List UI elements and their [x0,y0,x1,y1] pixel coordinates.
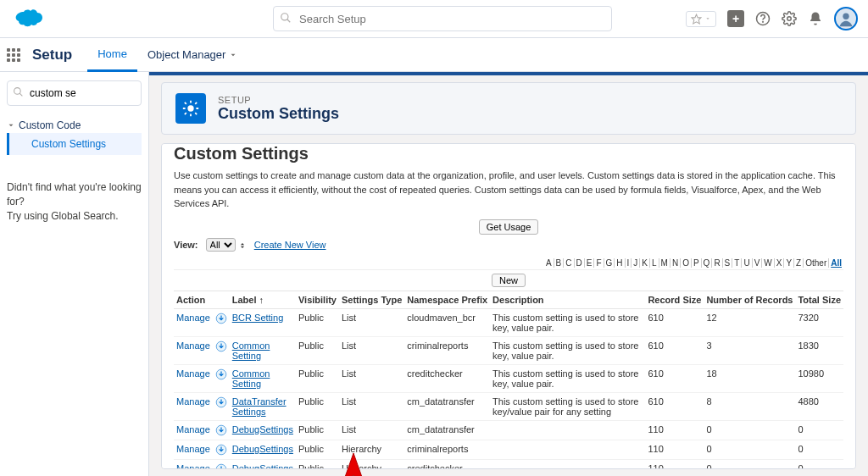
sidebar-help-text: Didn't find what you're looking for? Try… [7,180,142,223]
quick-find-input[interactable] [7,80,142,106]
cell-visibility: Public [296,420,339,440]
manage-link[interactable]: Manage [176,463,210,469]
table-row: ManageDebugSettingsPublicListcm_datatran… [174,420,843,440]
download-icon[interactable] [215,444,227,454]
cell-num-records: 0 [704,459,795,469]
svg-point-4 [763,21,764,22]
setting-label-link[interactable]: DebugSettings [232,424,293,434]
alpha-letter-r[interactable]: R [712,258,722,268]
tree-item-custom-settings[interactable]: Custom Settings [7,133,142,155]
cell-visibility: Public [296,459,339,469]
global-search-wrap [273,6,612,31]
setting-label-link[interactable]: BCR Setting [232,313,284,323]
setting-label-link[interactable]: DebugSettings [232,463,293,469]
col-settings-type[interactable]: Settings Type [339,291,404,309]
tab-home[interactable]: Home [87,38,137,72]
cell-description [490,459,645,469]
notifications-icon[interactable] [808,11,823,26]
setting-label-link[interactable]: DebugSettings [232,444,293,454]
favorites-button[interactable] [686,11,716,27]
col-action[interactable]: Action [174,291,213,309]
alpha-letter-n[interactable]: N [670,258,681,268]
alpha-letter-o[interactable]: O [681,258,692,268]
page-header-super: SETUP [218,95,339,105]
alpha-letter-e[interactable]: E [585,258,595,268]
alpha-letter-w[interactable]: W [762,258,774,268]
alpha-other[interactable]: Other [804,258,829,268]
svg-point-0 [281,14,288,20]
app-name: Setup [32,47,72,64]
cell-type: Hierarchy [339,440,404,459]
col-record-size[interactable]: Record Size [645,291,704,309]
new-button[interactable]: New [492,274,526,287]
manage-link[interactable]: Manage [176,313,210,323]
alpha-letter-m[interactable]: M [659,258,670,268]
get-usage-button[interactable]: Get Usage [479,219,539,235]
svg-line-9 [19,93,22,96]
alpha-letter-g[interactable]: G [604,258,615,268]
alpha-letter-a[interactable]: A [544,258,554,268]
view-select[interactable]: All [206,238,236,252]
setting-label-link[interactable]: DataTransfer Settings [232,396,287,417]
alpha-letter-c[interactable]: C [564,258,574,268]
app-launcher-icon[interactable] [7,48,20,62]
download-icon[interactable] [215,368,227,379]
download-icon[interactable] [215,463,227,469]
alpha-letter-v[interactable]: V [753,258,763,268]
manage-link[interactable]: Manage [176,340,210,351]
cell-visibility: Public [296,364,339,392]
alpha-letter-p[interactable]: P [692,258,702,268]
manage-link[interactable]: Manage [176,396,210,407]
tab-object-manager[interactable]: Object Manager [137,39,248,70]
chevron-down-icon [7,121,15,130]
manage-link[interactable]: Manage [176,368,210,379]
cell-total-size: 7320 [795,308,843,336]
download-icon[interactable] [215,340,227,351]
user-avatar[interactable] [834,7,858,30]
alpha-letter-u[interactable]: U [742,258,752,268]
setting-label-link[interactable]: Common Setting [232,340,270,361]
alpha-letter-s[interactable]: S [723,258,733,268]
table-row: ManageDataTransfer SettingsPublicListcm_… [174,392,843,420]
alpha-letter-y[interactable]: Y [784,258,794,268]
alpha-letter-t[interactable]: T [732,258,742,268]
alpha-letter-d[interactable]: D [575,258,585,268]
download-icon[interactable] [215,396,227,407]
global-actions-button[interactable]: + [727,10,744,27]
manage-link[interactable]: Manage [176,444,210,454]
cell-type: List [339,420,404,440]
setting-label-link[interactable]: Common Setting [232,368,270,389]
manage-link[interactable]: Manage [176,424,210,434]
alpha-all[interactable]: All [829,258,843,268]
col-description[interactable]: Description [490,291,645,309]
setup-gear-icon[interactable] [782,11,797,26]
alpha-letter-k[interactable]: K [640,258,650,268]
search-icon [280,12,292,26]
col-total-size[interactable]: Total Size [795,291,843,309]
section-title: Custom Settings [174,144,843,163]
alpha-letter-f[interactable]: F [594,258,604,268]
salesforce-logo[interactable] [10,7,44,30]
cell-total-size: 0 [795,459,843,469]
global-search-input[interactable] [273,6,612,31]
alpha-letter-h[interactable]: H [615,258,625,268]
cell-namespace: cm_datatransfer [404,420,490,440]
alpha-letter-q[interactable]: Q [702,258,713,268]
col-visibility[interactable]: Visibility [296,291,339,309]
alpha-letter-x[interactable]: X [775,258,785,268]
col-namespace[interactable]: Namespace Prefix [404,291,490,309]
table-row: ManageDebugSettingsPublicHierarchycrimin… [174,440,843,459]
download-icon[interactable] [215,424,227,434]
alpha-letter-z[interactable]: Z [794,258,804,268]
tree-node-custom-code[interactable]: Custom Code [7,119,142,131]
create-new-view-link[interactable]: Create New View [254,240,326,250]
cell-visibility: Public [296,308,339,336]
cell-record-size: 110 [645,459,704,469]
col-num-records[interactable]: Number of Records [704,291,795,309]
alpha-letter-j[interactable]: J [632,258,640,268]
help-icon[interactable] [755,11,771,26]
col-label[interactable]: Label ↑ [230,291,296,309]
download-icon[interactable] [215,313,227,323]
alpha-letter-b[interactable]: B [554,258,565,268]
alpha-letter-l[interactable]: L [650,258,659,268]
